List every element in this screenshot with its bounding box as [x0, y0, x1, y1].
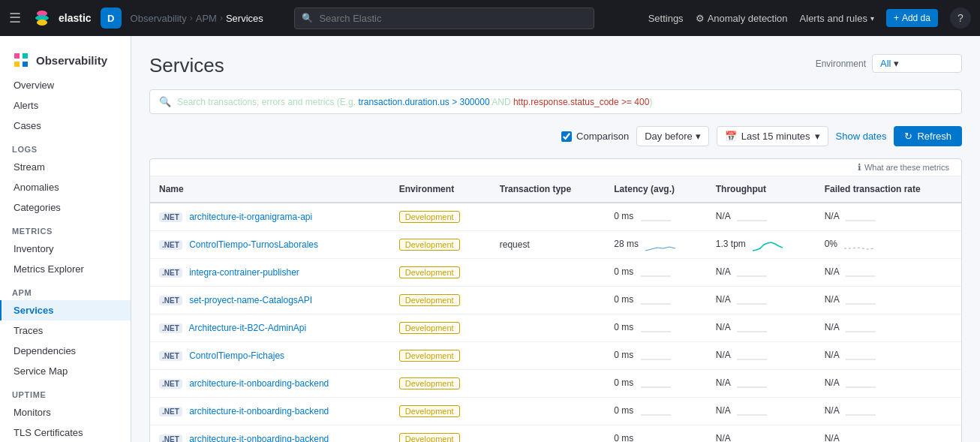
service-failed-cell: N/A [816, 398, 961, 425]
service-link[interactable]: ControlTiempo-Fichajes [189, 350, 284, 361]
throughput-value: N/A [716, 433, 730, 442]
col-transaction-type[interactable]: Transaction type [491, 176, 606, 203]
comparison-checkbox[interactable] [561, 131, 572, 142]
service-name-cell: .NET architecture-it-organigrama-api [150, 203, 390, 231]
sidebar-item-alerts[interactable]: Alerts [0, 95, 131, 116]
sidebar-item-inventory[interactable]: Inventory [0, 239, 131, 259]
service-latency-cell: 0 ms [605, 287, 707, 314]
service-env-cell: Development [390, 425, 491, 443]
comparison-checkbox-group: Comparison [561, 131, 629, 142]
svg-point-3 [37, 20, 47, 26]
table-row: .NET architecture-it-onboarding-backend … [150, 398, 961, 425]
service-link[interactable]: set-proyect-name-CatalogsAPI [189, 295, 312, 305]
settings-nav-item[interactable]: Settings [648, 13, 684, 24]
col-environment[interactable]: Environment [390, 176, 491, 203]
latency-value: 0 ms [614, 266, 633, 277]
content-inner: Services Environment All ▾ 🔍 Search tran… [131, 36, 980, 442]
info-icon: ℹ [858, 162, 861, 173]
latency-value: 0 ms [614, 377, 633, 388]
global-search: 🔍 [294, 8, 594, 29]
service-throughput-cell: N/A [707, 425, 816, 443]
hamburger-icon[interactable]: ☰ [9, 10, 21, 26]
services-data-table: Name Environment Transaction type Latenc… [150, 176, 961, 442]
env-select[interactable]: All ▾ [872, 54, 962, 73]
throughput-chart [737, 404, 767, 419]
service-link[interactable]: Architecture-it-B2C-AdminApi [188, 323, 306, 333]
sidebar-item-overview[interactable]: Overview [0, 75, 131, 95]
service-link[interactable]: ControlTiempo-TurnosLaborales [189, 239, 318, 250]
throughput-value: 1.3 tpm [716, 239, 746, 249]
show-dates-button[interactable]: Show dates [836, 131, 887, 142]
filter-bar[interactable]: 🔍 Search transactions, errors and metric… [149, 89, 962, 114]
service-link[interactable]: architecture-it-organigrama-api [189, 212, 312, 222]
sidebar-item-metrics-explorer[interactable]: Metrics Explorer [0, 259, 131, 279]
col-throughput[interactable]: Throughput [707, 176, 816, 203]
net-badge: .NET [159, 407, 182, 416]
latency-value: 0 ms [614, 405, 633, 416]
chevron-down-icon: ▾ [696, 131, 701, 142]
service-tx-type-cell [491, 287, 606, 314]
sidebar-item-dependencies[interactable]: Dependencies [0, 341, 131, 361]
env-tag: Development [399, 211, 460, 223]
help-icon[interactable]: ? [950, 8, 971, 29]
breadcrumb-services[interactable]: Services [226, 13, 263, 24]
sidebar-item-service-map[interactable]: Service Map [0, 361, 131, 381]
col-name[interactable]: Name [150, 176, 390, 203]
search-icon: 🔍 [302, 13, 313, 23]
env-tag: Development [399, 239, 460, 251]
service-latency-cell: 0 ms [605, 398, 707, 425]
latency-value: 0 ms [614, 350, 633, 360]
sidebar-item-stream[interactable]: Stream [0, 157, 131, 177]
sidebar-item-traces[interactable]: Traces [0, 320, 131, 341]
service-link[interactable]: architecture-it-onboarding-backend [189, 434, 329, 442]
service-link[interactable]: architecture-it-onboarding-backend [189, 378, 329, 389]
failed-value: N/A [825, 350, 839, 360]
service-env-cell: Development [390, 203, 491, 231]
failed-chart [846, 376, 876, 391]
failed-value: N/A [825, 294, 839, 305]
elastic-logo-text: elastic [59, 12, 92, 24]
day-before-value: Day before [645, 131, 693, 142]
service-link[interactable]: integra-contrainer-publisher [189, 267, 299, 278]
time-range-picker[interactable]: 📅 Last 15 minutes ▾ [717, 126, 828, 146]
refresh-button[interactable]: ↻ Refresh [894, 126, 962, 146]
chevron-down-icon: ▾ [815, 131, 820, 142]
sidebar-item-anomalies[interactable]: Anomalies [0, 177, 131, 197]
sidebar-item-cases[interactable]: Cases [0, 116, 131, 136]
col-latency[interactable]: Latency (avg.) [605, 176, 707, 203]
day-before-select[interactable]: Day before ▾ [636, 126, 709, 146]
service-latency-cell: 0 ms [605, 425, 707, 443]
breadcrumb-observability[interactable]: Observability [131, 13, 187, 24]
global-search-input[interactable] [294, 8, 594, 29]
service-throughput-cell: N/A [707, 370, 816, 398]
sidebar-item-categories[interactable]: Categories [0, 197, 131, 218]
throughput-chart [753, 237, 783, 252]
anomaly-detection-nav-item[interactable]: ⚙ Anomaly detection [696, 13, 788, 24]
service-tx-type-cell [491, 425, 606, 443]
latency-chart [641, 265, 671, 280]
failed-chart [846, 320, 876, 335]
service-env-cell: Development [390, 287, 491, 314]
latency-chart [641, 404, 671, 419]
alerts-rules-nav-item[interactable]: Alerts and rules ▾ [800, 13, 874, 24]
breadcrumb-apm[interactable]: APM [196, 13, 217, 24]
add-data-button[interactable]: + Add da [886, 9, 938, 27]
services-table: ℹ What are these metrics Name Environmen… [149, 158, 962, 442]
throughput-value: N/A [716, 350, 730, 360]
latency-chart [641, 293, 671, 308]
sidebar-item-services[interactable]: Services [0, 300, 131, 320]
service-link[interactable]: architecture-it-onboarding-backend [189, 406, 329, 416]
sidebar-item-tls[interactable]: TLS Certificates [0, 422, 131, 442]
col-failed-rate[interactable]: Failed transaction rate [816, 176, 961, 203]
failed-chart [846, 293, 876, 308]
service-env-cell: Development [390, 314, 491, 342]
toolbar: Comparison Day before ▾ 📅 Last 15 minute… [149, 126, 962, 146]
filter-placeholder: Search transactions, errors and metrics … [177, 97, 952, 107]
service-tx-type-cell [491, 370, 606, 398]
failed-value: N/A [825, 377, 839, 388]
calendar-icon: 📅 [725, 131, 737, 142]
env-tag: Development [399, 433, 460, 442]
chevron-down-icon: ▾ [894, 58, 899, 69]
net-badge: .NET [159, 379, 182, 389]
sidebar-item-monitors[interactable]: Monitors [0, 402, 131, 422]
